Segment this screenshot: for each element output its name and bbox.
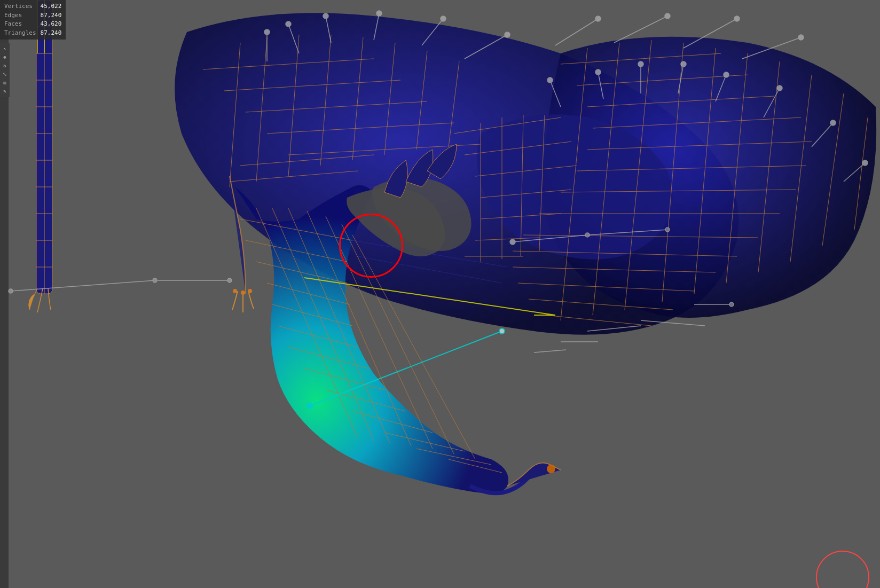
svg-point-123 (547, 77, 553, 83)
annotate-icon[interactable]: ✎ (1, 88, 9, 95)
triangles-value: 87,240 (41, 29, 62, 38)
svg-point-90 (307, 403, 312, 409)
svg-point-91 (499, 328, 505, 334)
svg-point-146 (547, 465, 555, 473)
svg-point-115 (595, 16, 601, 21)
cursor-icon[interactable]: ↖ (1, 45, 9, 52)
3d-scene (0, 0, 880, 588)
svg-point-117 (665, 13, 670, 19)
faces-label: Faces (4, 20, 22, 29)
rotate-icon[interactable]: ↻ (1, 62, 9, 69)
svg-point-105 (286, 21, 291, 27)
svg-point-98 (510, 239, 515, 245)
toolbar-left: ↖ ⊕ ↻ ⤡ ⊞ ✎ (0, 43, 10, 97)
svg-point-127 (638, 61, 643, 67)
svg-point-85 (241, 291, 245, 295)
svg-point-86 (248, 289, 252, 293)
scale-icon[interactable]: ⤡ (1, 70, 9, 78)
svg-point-137 (862, 160, 868, 166)
svg-point-109 (376, 11, 382, 16)
stats-overlay: Vertices 45,022 Edges 87,240 Faces 43,62… (0, 0, 66, 40)
move-icon[interactable]: ⊕ (1, 53, 9, 61)
svg-point-84 (233, 289, 237, 293)
svg-point-101 (665, 228, 670, 232)
edges-value: 87,240 (41, 11, 62, 20)
vertices-label: Vertices (4, 2, 33, 11)
svg-point-96 (227, 278, 232, 283)
svg-point-131 (724, 72, 729, 77)
svg-point-129 (681, 61, 686, 67)
svg-point-121 (798, 35, 804, 40)
svg-point-135 (830, 120, 836, 126)
triangles-label: Triangles (4, 29, 36, 38)
svg-point-111 (441, 16, 446, 21)
vertices-value: 45,022 (41, 2, 62, 11)
viewport[interactable]: Vertices 45,022 Edges 87,240 Faces 43,62… (0, 0, 880, 588)
transform-icon[interactable]: ⊞ (1, 79, 9, 87)
svg-point-94 (153, 278, 157, 283)
svg-point-93 (9, 289, 13, 293)
svg-point-107 (323, 13, 328, 19)
faces-value: 43,620 (41, 20, 62, 29)
svg-point-139 (729, 302, 734, 307)
svg-point-133 (777, 85, 782, 91)
svg-point-119 (734, 16, 740, 21)
svg-point-125 (595, 69, 601, 75)
edges-label: Edges (4, 11, 22, 20)
svg-point-103 (264, 29, 270, 35)
svg-point-113 (505, 32, 510, 37)
